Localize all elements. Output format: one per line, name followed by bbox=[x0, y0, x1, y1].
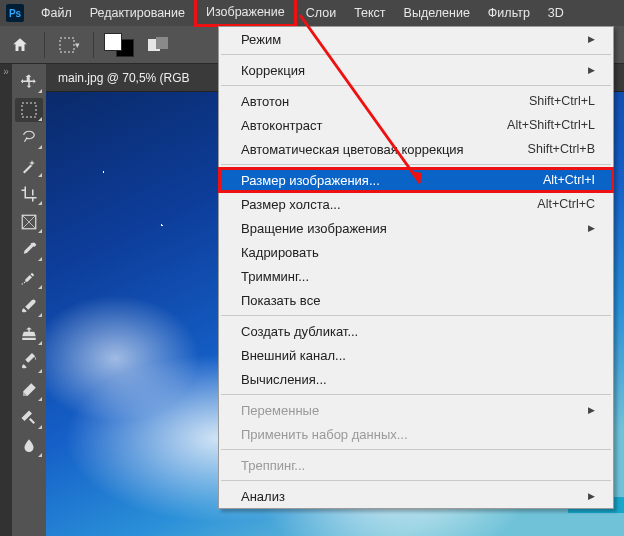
menu-separator bbox=[221, 54, 611, 55]
menu-separator bbox=[221, 394, 611, 395]
move-tool[interactable] bbox=[15, 70, 43, 94]
menu-item-autotone[interactable]: АвтотонShift+Ctrl+L bbox=[219, 89, 613, 113]
menu-file[interactable]: Файл bbox=[32, 0, 81, 26]
menu-item-autocontrast[interactable]: АвтоконтрастAlt+Shift+Ctrl+L bbox=[219, 113, 613, 137]
history-brush-tool[interactable] bbox=[15, 350, 43, 374]
menu-item-calculations[interactable]: Вычисления... bbox=[219, 367, 613, 391]
separator bbox=[44, 32, 45, 58]
overlap-mode[interactable] bbox=[144, 34, 172, 56]
healing-brush-tool[interactable] bbox=[15, 266, 43, 290]
home-icon bbox=[11, 36, 29, 54]
crop-tool[interactable] bbox=[15, 182, 43, 206]
svg-rect-3 bbox=[22, 103, 36, 117]
app-logo: Ps bbox=[6, 4, 24, 22]
menu-item-analysis[interactable]: Анализ bbox=[219, 484, 613, 508]
menu-separator bbox=[221, 164, 611, 165]
menu-filter[interactable]: Фильтр bbox=[479, 0, 539, 26]
menu-separator bbox=[221, 85, 611, 86]
brush-tool[interactable] bbox=[15, 294, 43, 318]
svg-point-6 bbox=[22, 283, 24, 285]
menu-item-apply-image[interactable]: Внешний канал... bbox=[219, 343, 613, 367]
svg-point-5 bbox=[24, 282, 26, 284]
menu-3d[interactable]: 3D bbox=[539, 0, 573, 26]
menu-item-canvas-size[interactable]: Размер холста...Alt+Ctrl+C bbox=[219, 192, 613, 216]
menu-item-duplicate[interactable]: Создать дубликат... bbox=[219, 319, 613, 343]
menubar: Ps Файл Редактирование Изображение Слои … bbox=[0, 0, 624, 26]
menu-select[interactable]: Выделение bbox=[395, 0, 479, 26]
home-button[interactable] bbox=[6, 33, 34, 57]
image-menu-dropdown: Режим Коррекция АвтотонShift+Ctrl+L Авто… bbox=[218, 26, 614, 509]
menu-item-reveal-all[interactable]: Показать все bbox=[219, 288, 613, 312]
eraser-tool[interactable] bbox=[15, 378, 43, 402]
frame-tool[interactable] bbox=[15, 210, 43, 234]
swatch-pair[interactable] bbox=[104, 33, 134, 57]
menu-item-mode[interactable]: Режим bbox=[219, 27, 613, 51]
blur-tool[interactable] bbox=[15, 434, 43, 458]
menu-item-adjustments[interactable]: Коррекция bbox=[219, 58, 613, 82]
menu-item-variables: Переменные bbox=[219, 398, 613, 422]
separator bbox=[93, 32, 94, 58]
collapse-gutter[interactable]: » bbox=[0, 64, 12, 536]
menu-item-crop[interactable]: Кадрировать bbox=[219, 240, 613, 264]
menu-item-trim[interactable]: Тримминг... bbox=[219, 264, 613, 288]
overlap-icon bbox=[148, 37, 168, 53]
menu-image[interactable]: Изображение bbox=[194, 0, 297, 27]
magic-wand-tool[interactable] bbox=[15, 154, 43, 178]
menu-item-image-size[interactable]: Размер изображения...Alt+Ctrl+I bbox=[219, 168, 613, 192]
menu-separator bbox=[221, 315, 611, 316]
menu-item-autocolor[interactable]: Автоматическая цветовая коррекцияShift+C… bbox=[219, 137, 613, 161]
menu-item-apply-dataset: Применить набор данных... bbox=[219, 422, 613, 446]
menu-separator bbox=[221, 480, 611, 481]
marquee-tool[interactable] bbox=[15, 98, 43, 122]
tools-panel bbox=[12, 64, 46, 536]
menu-text[interactable]: Текст bbox=[345, 0, 394, 26]
menu-separator bbox=[221, 449, 611, 450]
gradient-tool[interactable] bbox=[15, 406, 43, 430]
marquee-style-select[interactable]: ▾ bbox=[55, 34, 83, 56]
menu-item-rotate[interactable]: Вращение изображения bbox=[219, 216, 613, 240]
clone-stamp-tool[interactable] bbox=[15, 322, 43, 346]
menu-item-trap: Треппинг... bbox=[219, 453, 613, 477]
menu-edit[interactable]: Редактирование bbox=[81, 0, 194, 26]
chevron-down-icon: ▾ bbox=[75, 40, 80, 50]
foreground-swatch[interactable] bbox=[104, 33, 122, 51]
svg-rect-0 bbox=[60, 38, 74, 52]
eyedropper-tool[interactable] bbox=[15, 238, 43, 262]
svg-rect-2 bbox=[156, 37, 168, 49]
menu-layers[interactable]: Слои bbox=[297, 0, 345, 26]
marquee-icon bbox=[59, 37, 75, 53]
lasso-tool[interactable] bbox=[15, 126, 43, 150]
